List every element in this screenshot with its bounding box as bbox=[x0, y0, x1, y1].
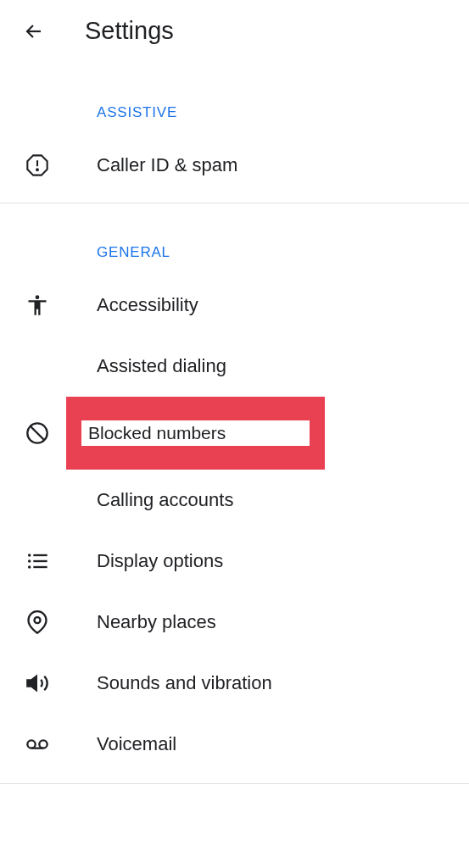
item-label: Caller ID & spam bbox=[97, 154, 237, 176]
item-label: Blocked numbers bbox=[88, 423, 303, 443]
arrow-left-icon bbox=[24, 20, 44, 42]
list-item-assisted-dialing[interactable]: Assisted dialing bbox=[0, 336, 469, 397]
block-icon bbox=[25, 421, 49, 445]
item-label: Assisted dialing bbox=[97, 355, 226, 377]
list-icon bbox=[25, 549, 49, 573]
svg-rect-10 bbox=[33, 554, 47, 556]
list-item-display-options[interactable]: Display options bbox=[0, 531, 469, 592]
empty-icon bbox=[25, 354, 49, 378]
svg-point-3 bbox=[36, 169, 38, 170]
section-header-general: GENERAL bbox=[0, 203, 469, 275]
svg-point-7 bbox=[28, 554, 31, 557]
list-item-voicemail[interactable]: Voicemail bbox=[0, 714, 469, 775]
svg-point-16 bbox=[39, 740, 47, 748]
list-item-calling-accounts[interactable]: Calling accounts bbox=[0, 470, 469, 531]
svg-point-8 bbox=[28, 559, 31, 563]
empty-icon bbox=[25, 488, 49, 512]
svg-point-13 bbox=[35, 617, 41, 623]
item-label: Display options bbox=[97, 550, 223, 572]
alert-octagon-icon bbox=[25, 153, 49, 177]
accessibility-icon bbox=[25, 293, 49, 317]
highlight-annotation: Blocked numbers bbox=[66, 397, 325, 470]
app-header: Settings bbox=[0, 0, 469, 62]
voicemail-icon bbox=[25, 732, 49, 756]
svg-marker-14 bbox=[27, 676, 36, 690]
volume-icon bbox=[25, 671, 49, 695]
svg-point-15 bbox=[27, 740, 35, 748]
list-item-sounds-vibration[interactable]: Sounds and vibration bbox=[0, 653, 469, 714]
item-label: Calling accounts bbox=[97, 489, 233, 511]
back-button[interactable] bbox=[24, 21, 44, 42]
page-title: Settings bbox=[85, 17, 174, 45]
item-label: Nearby places bbox=[97, 611, 216, 633]
svg-line-6 bbox=[31, 426, 44, 440]
item-label: Accessibility bbox=[97, 294, 198, 316]
item-label: Voicemail bbox=[97, 733, 176, 755]
list-item-blocked-numbers[interactable]: Blocked numbers bbox=[0, 397, 469, 470]
list-item-accessibility[interactable]: Accessibility bbox=[0, 275, 469, 336]
section-header-assistive: ASSISTIVE bbox=[0, 62, 469, 135]
list-item-nearby-places[interactable]: Nearby places bbox=[0, 592, 469, 653]
divider bbox=[0, 783, 469, 784]
location-pin-icon bbox=[25, 610, 49, 634]
svg-rect-11 bbox=[33, 560, 47, 562]
item-label: Sounds and vibration bbox=[97, 672, 272, 694]
svg-point-9 bbox=[28, 565, 31, 569]
svg-rect-12 bbox=[33, 566, 47, 568]
svg-point-4 bbox=[36, 295, 40, 299]
list-item-caller-id-spam[interactable]: Caller ID & spam bbox=[0, 135, 469, 196]
